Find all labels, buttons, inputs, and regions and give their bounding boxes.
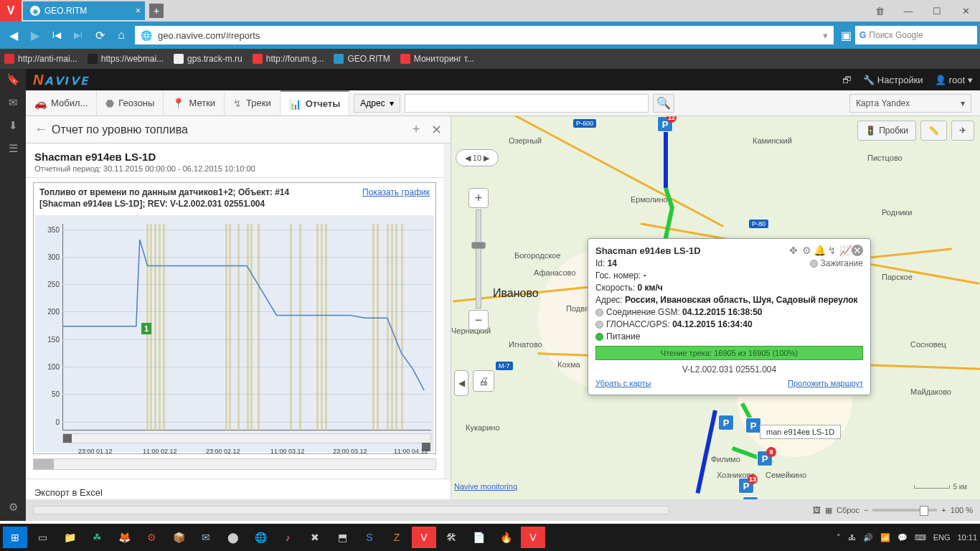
map-canvas[interactable]: Р-600 Р-80 М-7 М-7 Озерный Каминский Пис…: [451, 116, 980, 521]
map-zoom-handle[interactable]: [471, 242, 486, 249]
task-item[interactable]: 🔥: [494, 527, 518, 548]
status-pic-icon[interactable]: 🖼: [813, 506, 821, 514]
close-window-button[interactable]: ✕: [951, 0, 980, 22]
task-item[interactable]: 📦: [166, 527, 191, 548]
action-center-icon[interactable]: 💬: [897, 533, 908, 542]
map-pan-control[interactable]: ◀ 10 ▶: [456, 149, 499, 166]
back-button[interactable]: ◀: [3, 24, 24, 46]
status-grid-icon[interactable]: ▦: [825, 506, 832, 515]
browser-search-input[interactable]: G Поиск Google: [855, 26, 977, 44]
locate-button[interactable]: ✈: [951, 121, 974, 141]
address-input[interactable]: [405, 94, 649, 113]
reload-button[interactable]: ⟳: [89, 24, 110, 46]
trash-icon[interactable]: 🗑: [865, 0, 894, 22]
tab-close-icon[interactable]: ×: [136, 6, 141, 16]
address-type-select[interactable]: Адрес ▾: [354, 94, 400, 113]
clock[interactable]: 10:11: [957, 533, 977, 542]
chart-horizontal-scroll[interactable]: [33, 458, 436, 470]
status-scroll[interactable]: [33, 506, 669, 514]
navive-monitoring-link[interactable]: Navive monitorinq: [454, 482, 517, 491]
lang-indicator[interactable]: ENG: [933, 533, 951, 542]
tray-up-icon[interactable]: ˄: [837, 533, 841, 542]
bookmark-item[interactable]: http://forum.g...: [253, 54, 324, 64]
bookmark-item[interactable]: https://webmai...: [88, 54, 164, 64]
gear-icon[interactable]: ⚙: [800, 245, 813, 256]
tab-markers[interactable]: 📍Метки: [164, 90, 225, 116]
chart-icon[interactable]: 📈: [839, 245, 852, 256]
parking-marker[interactable]: P12: [657, 116, 673, 132]
traffic-button[interactable]: 🚦 Пробки: [857, 121, 916, 141]
user-menu[interactable]: 👤 root ▾: [935, 75, 973, 85]
vivaldi-menu[interactable]: V: [0, 0, 22, 22]
settings-button[interactable]: 🔧 Настройки: [863, 75, 923, 85]
bookmark-item[interactable]: http://anti-mai...: [4, 54, 77, 64]
bookmark-icon[interactable]: ▣: [837, 26, 855, 44]
task-item[interactable]: ♪: [275, 527, 300, 548]
chart-range-slider[interactable]: [62, 433, 431, 443]
zoom-reset[interactable]: Сброс: [837, 506, 859, 514]
volume-icon[interactable]: 🔊: [863, 533, 873, 542]
tab-mobile[interactable]: 🚗Мобил...: [26, 90, 97, 116]
task-item[interactable]: 🌐: [248, 527, 273, 548]
network-icon[interactable]: 🖧: [848, 533, 856, 542]
map-zoom-out[interactable]: −: [468, 310, 489, 330]
track-icon[interactable]: ↯: [826, 245, 839, 256]
task-item[interactable]: 📄: [466, 527, 491, 548]
task-item[interactable]: ✖: [303, 527, 327, 548]
task-item[interactable]: ⬤: [221, 527, 245, 548]
close-icon[interactable]: ✕: [852, 245, 863, 256]
zoom-slider[interactable]: [872, 509, 937, 512]
url-input[interactable]: 🌐 geo.navive.com/#reports ▾: [135, 26, 834, 44]
map-print-button[interactable]: 🖨: [473, 370, 494, 392]
url-dropdown-icon[interactable]: ▾: [823, 30, 828, 41]
map-zoom-slider[interactable]: [476, 209, 481, 309]
bell-icon[interactable]: 🔔: [813, 245, 826, 256]
task-item[interactable]: Z: [385, 527, 409, 548]
header-windows-icon[interactable]: 🗗: [842, 75, 852, 85]
task-item[interactable]: ⬒: [330, 527, 354, 548]
add-report-button[interactable]: +: [406, 122, 426, 137]
bookmark-item[interactable]: Мониторинг т...: [400, 54, 474, 64]
chart-canvas[interactable]: 0 50 100 150 200 250 300: [35, 215, 434, 452]
parking-marker[interactable]: P13: [738, 478, 754, 494]
task-item[interactable]: ☘: [85, 527, 109, 548]
bookmark-item[interactable]: gps.track-m.ru: [174, 54, 242, 64]
maximize-button[interactable]: ☐: [923, 0, 951, 22]
build-route-link[interactable]: Проложить маршрут: [788, 379, 863, 387]
settings-panel-icon[interactable]: ⚙: [9, 501, 18, 514]
task-item[interactable]: V: [521, 527, 545, 548]
ffwd-button[interactable]: ▶I: [67, 24, 89, 46]
notes-panel-icon[interactable]: ☰: [9, 142, 18, 155]
map-provider-select[interactable]: Карта Yandex▾: [849, 94, 971, 113]
minimize-button[interactable]: —: [894, 0, 923, 22]
forward-button[interactable]: ▶: [24, 24, 46, 46]
keyboard-icon[interactable]: ⌨: [915, 533, 926, 542]
tab-geozones[interactable]: ⬣Геозоны: [97, 90, 164, 116]
task-item[interactable]: V: [412, 527, 436, 548]
task-item[interactable]: 📁: [57, 527, 82, 548]
map-expand-left[interactable]: ◀: [454, 370, 468, 396]
remove-from-map-link[interactable]: Убрать с карты: [595, 379, 651, 387]
parking-marker[interactable]: P: [718, 415, 734, 430]
show-chart-link[interactable]: Показать график: [362, 187, 430, 209]
bookmark-item[interactable]: GEO.RITM: [334, 54, 390, 64]
downloads-panel-icon[interactable]: ⬇: [9, 119, 18, 132]
task-item[interactable]: ▭: [30, 527, 55, 548]
close-report-button[interactable]: ✕: [426, 122, 446, 138]
browser-tab[interactable]: ◉ GEO.RITM ×: [23, 1, 145, 20]
export-excel-link[interactable]: Экспорт в Excel: [34, 485, 442, 500]
task-item[interactable]: 🦊: [112, 527, 136, 548]
parking-marker[interactable]: P: [745, 418, 761, 433]
map-zoom-in[interactable]: +: [468, 188, 489, 208]
new-tab-button[interactable]: +: [149, 4, 164, 18]
ruler-button[interactable]: 📏: [920, 121, 947, 141]
task-item[interactable]: ✉: [194, 527, 218, 548]
system-tray[interactable]: ˄ 🖧 🔊 📶 💬 ⌨ ENG 10:11: [837, 533, 977, 542]
report-back-button[interactable]: ←: [30, 122, 52, 137]
parking-marker[interactable]: P9: [757, 451, 773, 466]
bookmarks-panel-icon[interactable]: 🔖: [6, 73, 20, 86]
task-item[interactable]: 🛠: [439, 527, 463, 548]
home-button[interactable]: ⌂: [110, 24, 132, 46]
search-button[interactable]: 🔍: [653, 94, 674, 113]
move-icon[interactable]: ✥: [787, 245, 800, 256]
